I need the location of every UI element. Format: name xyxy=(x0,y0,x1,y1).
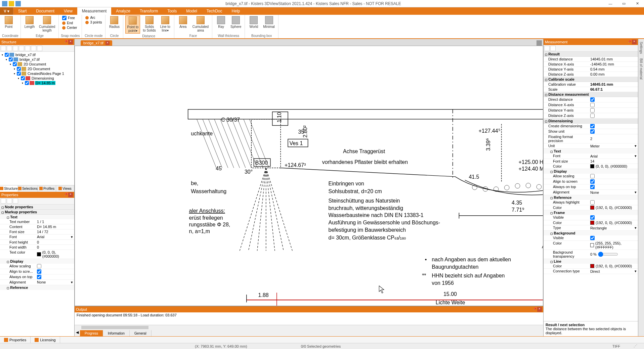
prop-row[interactable]: ContentD= 14.85 m xyxy=(0,224,74,229)
prop-group[interactable]: Text xyxy=(544,149,638,154)
document-tab[interactable]: bridge_x7.tif × xyxy=(81,40,112,46)
side-tab-bom[interactable]: Bill of material xyxy=(639,57,643,81)
prop-row[interactable]: Font size14 / 72 xyxy=(0,229,74,234)
ribbon-tab-view[interactable]: View xyxy=(59,7,77,15)
ribbon-small-free[interactable]: Free xyxy=(61,15,78,20)
prop-row[interactable]: Distance Z-axis xyxy=(544,113,638,119)
ribbon-btn-radius[interactable]: Radius xyxy=(108,15,121,29)
ribbon-small-3-points[interactable]: 3 points xyxy=(84,20,103,25)
prop-row[interactable]: Scale66.67:1 xyxy=(544,87,638,92)
toolbar-btn[interactable] xyxy=(550,46,556,51)
tree-node[interactable]: ▾Dimensioning xyxy=(1,76,74,81)
tabs-left-arrow[interactable]: ◀ xyxy=(75,330,80,336)
prop-group[interactable]: Display xyxy=(0,259,74,264)
ribbon-tab-start[interactable]: Start xyxy=(13,7,31,15)
measurement-grid[interactable]: ResultDirect distance14845.01 mmDistance… xyxy=(544,52,638,321)
qat-icon-2[interactable] xyxy=(9,1,14,6)
prop-row[interactable]: Direct distance xyxy=(544,97,638,102)
minimize-button[interactable]: — xyxy=(604,0,617,7)
maximize-button[interactable]: ▭ xyxy=(617,0,631,7)
ribbon-small-arc[interactable]: Arc xyxy=(84,15,103,20)
prop-row[interactable]: Allow scaling xyxy=(0,264,74,269)
prop-row[interactable]: Color(255, 255, 255), (#FFFFFF) xyxy=(544,241,638,250)
pin-icon[interactable]: 📌 xyxy=(532,307,537,312)
prop-row[interactable]: Color(0, 0, 0), (#000000) xyxy=(544,164,638,169)
toolbar-btn[interactable] xyxy=(37,46,42,51)
toolbar-btn[interactable] xyxy=(544,46,550,51)
close-button[interactable]: ✕ xyxy=(631,0,644,7)
prop-row[interactable]: Calibration value14845.01 mm xyxy=(544,82,638,87)
ribbon-btn-ray[interactable]: Ray xyxy=(214,15,228,29)
prop-row[interactable]: Font size14 xyxy=(544,159,638,164)
toolbar-btn[interactable] xyxy=(25,46,30,51)
structure-tab-views[interactable]: Views xyxy=(56,185,74,192)
output-tab-progress[interactable]: Progress xyxy=(80,330,103,336)
prop-group[interactable]: Background xyxy=(544,231,638,235)
prop-group[interactable]: Markup properties xyxy=(0,210,74,215)
prop-group[interactable]: Reference xyxy=(544,195,638,200)
toolbar-btn[interactable] xyxy=(13,198,18,204)
ribbon-btn-point-to[interactable]: Point topoint▾ xyxy=(125,15,140,34)
ribbon-btn-cumulated[interactable]: Cumulatedlength xyxy=(38,15,56,33)
ribbon-tab-transform[interactable]: Transform xyxy=(135,7,163,15)
ribbon-btn-cumulated[interactable]: Cumulatedarea xyxy=(191,15,210,33)
ribbon-small-end[interactable]: End xyxy=(61,21,78,25)
ribbon-tab-techdoc[interactable]: TechDoc xyxy=(202,7,227,15)
ribbon-btn-line-to[interactable]: Line toline▾ xyxy=(159,15,172,33)
ribbon-tab-model[interactable]: Model xyxy=(181,7,202,15)
tree-node[interactable]: ▾2D Document xyxy=(1,67,74,71)
prop-row[interactable]: TypeRectangle ▾ xyxy=(544,225,638,231)
structure-tree[interactable]: ▾bridge_x7.tif▾bridge_x7.tif▾2D Document… xyxy=(0,52,74,185)
toolbar-btn[interactable] xyxy=(31,46,36,51)
prop-row[interactable]: Allow scaling xyxy=(544,174,638,179)
ribbon-btn-world[interactable]: World xyxy=(247,15,260,29)
ribbon-tab-analyze[interactable]: Analyze xyxy=(111,7,135,15)
ribbon-btn-sphere[interactable]: Sphere xyxy=(229,15,243,29)
prop-row[interactable]: Color(192, 0, 0), (#C00000) xyxy=(544,220,638,225)
prop-row[interactable]: Distance X-axis xyxy=(544,102,638,108)
toolbar-btn[interactable] xyxy=(19,46,24,51)
prop-row[interactable]: FontArial ▾ xyxy=(0,234,74,240)
pin-icon[interactable]: 📌 xyxy=(63,40,68,44)
prop-row[interactable]: Floating format precision2 xyxy=(544,134,638,143)
qat-icon-3[interactable] xyxy=(15,1,21,6)
toolbar-btn[interactable] xyxy=(7,46,12,51)
structure-tab-profiles[interactable]: Profiles xyxy=(38,185,56,192)
prop-group[interactable]: Dimensioning xyxy=(544,119,638,124)
prop-row[interactable]: Text color(0, 0, 0), (#000000) xyxy=(0,250,74,259)
ribbon-tab-measurement[interactable]: Measurement xyxy=(77,7,111,15)
ribbon-small-center[interactable]: Center xyxy=(61,26,78,30)
prop-row[interactable]: FontArial ▾ xyxy=(544,154,638,159)
prop-row[interactable]: Text number1 / 1 xyxy=(0,219,74,224)
close-panel-icon[interactable]: × xyxy=(68,40,73,44)
prop-row[interactable]: Create dimensioning xyxy=(544,124,638,129)
ribbon-btn-solids[interactable]: Solidsto Solids xyxy=(141,15,157,33)
prop-row[interactable]: Always highlight xyxy=(544,200,638,205)
close-panel-icon[interactable]: × xyxy=(68,192,73,197)
prop-row[interactable]: Font height0 xyxy=(0,240,74,245)
prop-row[interactable]: Background transparency0 % xyxy=(544,250,638,259)
viewport[interactable]: C 30/37Ves 1Ves 1B300B300Achse Traggerüs… xyxy=(75,46,543,306)
prop-row[interactable]: Distance Y-axis xyxy=(544,108,638,113)
ribbon-tab-tools[interactable]: Tools xyxy=(163,7,181,15)
toolbar-btn[interactable] xyxy=(13,46,18,51)
ribbon-btn-area[interactable]: Area xyxy=(176,15,190,29)
side-tab-settings[interactable]: Settings xyxy=(639,40,643,55)
prop-group[interactable]: Result xyxy=(544,52,638,57)
ribbon-btn-point[interactable]: Point xyxy=(2,15,15,29)
prop-row[interactable]: Align to scre... xyxy=(0,269,74,274)
tree-node[interactable]: ▾CreatedNodes Page 1 xyxy=(1,71,74,76)
prop-row[interactable]: Distance Z-axis0.00 mm xyxy=(544,72,638,77)
pin-icon[interactable]: 📌 xyxy=(63,192,68,197)
tree-node[interactable]: ▾bridge_x7.tif xyxy=(1,57,74,62)
output-tab-information[interactable]: Information xyxy=(103,330,130,336)
close-panel-icon[interactable]: × xyxy=(537,307,542,312)
close-tab-icon[interactable]: × xyxy=(105,41,110,45)
structure-tab-structure[interactable]: Structure xyxy=(0,185,18,192)
prop-row[interactable]: Visible xyxy=(544,235,638,241)
file-tab[interactable]: V ▾ xyxy=(0,7,13,15)
view-options-icon[interactable] xyxy=(536,40,542,46)
prop-row[interactable]: Color(192, 0, 0), (#C00000) xyxy=(544,205,638,210)
prop-group[interactable]: Distance measurement xyxy=(544,92,638,97)
ribbon-btn-minimal[interactable]: Minimal xyxy=(262,15,276,29)
